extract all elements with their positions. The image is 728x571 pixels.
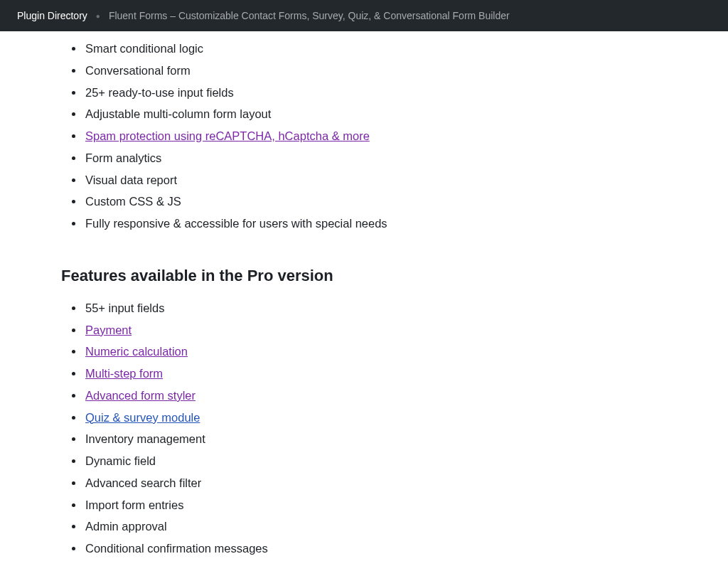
pro_section-link[interactable]: Payment xyxy=(85,324,132,336)
free_features-text: Custom CSS & JS xyxy=(85,195,181,208)
pro-features-list: 55+ input fieldsPaymentNumeric calculati… xyxy=(61,299,611,557)
list-item: 55+ input fields xyxy=(84,299,611,317)
pro_section-text: Conditional confirmation messages xyxy=(85,542,268,555)
breadcrumb-directory-link[interactable]: Plugin Directory xyxy=(17,10,87,21)
list-item: Conditional confirmation messages xyxy=(84,540,611,557)
free-features-list: Smart conditional logicConversational fo… xyxy=(61,40,611,233)
pro_section-text: Dynamic field xyxy=(85,454,156,467)
list-item: Numeric calculation xyxy=(84,343,611,361)
free_features-link[interactable]: Spam protection using reCAPTCHA, hCaptch… xyxy=(85,129,370,142)
free_features-text: Form analytics xyxy=(85,151,161,164)
pro_section-link[interactable]: Advanced form styler xyxy=(85,389,196,402)
list-item: Inventory management xyxy=(84,430,611,448)
pro_section-link[interactable]: Numeric calculation xyxy=(85,345,188,358)
list-item: Spam protection using reCAPTCHA, hCaptch… xyxy=(84,127,611,145)
pro_section-text: Inventory management xyxy=(85,432,205,445)
list-item: Visual data report xyxy=(84,171,611,189)
pro_section-text: Advanced search filter xyxy=(85,476,201,489)
free_features-text: 25+ ready-to-use input fields xyxy=(85,86,234,99)
list-item: Payment xyxy=(84,321,611,339)
pro_section-link[interactable]: Quiz & survey module xyxy=(85,411,200,424)
list-item: Smart conditional logic xyxy=(84,40,611,58)
free_features-text: Adjustable multi-column form layout xyxy=(85,107,271,120)
main-content: Smart conditional logicConversational fo… xyxy=(0,40,611,571)
list-item: Conversational form xyxy=(84,62,611,80)
breadcrumb: Plugin Directory ● Fluent Forms – Custom… xyxy=(0,0,728,31)
free_features-text: Fully responsive & accessible for users … xyxy=(85,217,387,230)
free_features-text: Smart conditional logic xyxy=(85,42,203,55)
free_features-text: Visual data report xyxy=(85,174,177,186)
list-item: Multi-step form xyxy=(84,365,611,383)
pro_section-link[interactable]: Multi-step form xyxy=(85,367,163,380)
pro_section-text: 55+ input fields xyxy=(85,301,164,314)
list-item: Quiz & survey module xyxy=(84,409,611,427)
pro-section-heading: Features available in the Pro version xyxy=(61,267,611,285)
free_features-text: Conversational form xyxy=(85,64,191,77)
pro_section-text: Import form entries xyxy=(85,498,183,511)
list-item: Adjustable multi-column form layout xyxy=(84,105,611,123)
breadcrumb-page-title: Fluent Forms – Customizable Contact Form… xyxy=(109,10,510,21)
list-item: Dynamic field xyxy=(84,452,611,470)
list-item: 25+ ready-to-use input fields xyxy=(84,84,611,102)
list-item: Advanced form styler xyxy=(84,387,611,405)
list-item: Admin approval xyxy=(84,518,611,535)
list-item: Advanced search filter xyxy=(84,474,611,492)
list-item: Form analytics xyxy=(84,149,611,167)
list-item: Fully responsive & accessible for users … xyxy=(84,215,611,233)
list-item: Import form entries xyxy=(84,496,611,514)
pro_section-text: Admin approval xyxy=(85,520,167,533)
list-item: Custom CSS & JS xyxy=(84,193,611,210)
breadcrumb-separator: ● xyxy=(96,12,100,20)
